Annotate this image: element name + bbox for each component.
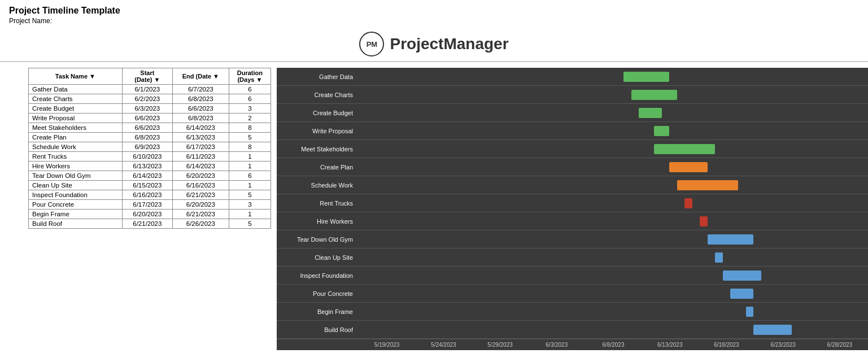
main-content: Task Name ▼ Start(Date) ▼ End (Date ▼ Du… xyxy=(0,62,868,350)
task-dur: 8 xyxy=(229,142,271,152)
table-section: Task Name ▼ Start(Date) ▼ End (Date ▼ Du… xyxy=(0,68,277,350)
task-start: 6/17/2023 xyxy=(122,200,172,210)
gantt-chart-area xyxy=(359,140,868,158)
gantt-chart-area xyxy=(359,285,868,303)
task-dur: 1 xyxy=(229,162,271,171)
task-dur: 5 xyxy=(229,219,271,229)
gantt-chart-area xyxy=(359,248,868,267)
table-row: Tear Down Old Gym 6/14/2023 6/20/2023 6 xyxy=(29,171,271,181)
task-start: 6/6/2023 xyxy=(122,123,172,133)
gantt-label: Clean Up Site xyxy=(277,254,359,261)
gantt-section: Gather DataCreate ChartsCreate BudgetWri… xyxy=(277,68,868,350)
gantt-chart-area xyxy=(359,267,868,285)
gantt-label: Write Proposal xyxy=(277,128,359,134)
task-name: Create Charts xyxy=(29,94,123,104)
col-header-start[interactable]: Start(Date) ▼ xyxy=(122,68,172,85)
gantt-bar xyxy=(654,126,669,136)
project-name-label: Project Name: xyxy=(9,17,859,25)
gantt-rows: Gather DataCreate ChartsCreate BudgetWri… xyxy=(277,68,868,339)
gantt-label: Hire Workers xyxy=(277,218,359,225)
gantt-label: Build Roof xyxy=(277,326,359,333)
task-end: 6/11/2023 xyxy=(172,152,229,162)
gantt-chart-area xyxy=(359,321,868,339)
task-dur: 1 xyxy=(229,181,271,190)
col-header-task[interactable]: Task Name ▼ xyxy=(29,68,123,85)
task-start: 6/2/2023 xyxy=(122,94,172,104)
table-row: Schedule Work 6/9/2023 6/17/2023 8 xyxy=(29,142,271,152)
page-header: Project Timeline Template Project Name: xyxy=(0,0,868,27)
gantt-bar xyxy=(669,162,708,172)
task-end: 6/17/2023 xyxy=(172,142,229,152)
gantt-bar xyxy=(639,108,662,118)
gantt-x-label: 6/18/2023 xyxy=(698,339,754,349)
gantt-row: Rent Trucks xyxy=(277,194,868,212)
page-title: Project Timeline Template xyxy=(9,6,859,16)
task-name: Create Plan xyxy=(29,133,123,142)
gantt-chart-area xyxy=(359,303,868,321)
col-header-end[interactable]: End (Date ▼ xyxy=(172,68,229,85)
task-end: 6/21/2023 xyxy=(172,210,229,219)
table-row: Begin Frame 6/20/2023 6/21/2023 1 xyxy=(29,210,271,219)
gantt-row: Inspect Foundation xyxy=(277,267,868,285)
gantt-bar xyxy=(746,307,754,317)
col-header-dur[interactable]: Duration(Days ▼ xyxy=(229,68,271,85)
gantt-x-label: 6/3/2023 xyxy=(529,339,585,349)
gantt-bar xyxy=(631,90,677,100)
task-name: Schedule Work xyxy=(29,142,123,152)
gantt-x-label: 6/8/2023 xyxy=(585,339,642,349)
table-row: Write Proposal 6/6/2023 6/8/2023 2 xyxy=(29,114,271,123)
task-start: 6/16/2023 xyxy=(122,190,172,200)
task-name: Meet Stakeholders xyxy=(29,123,123,133)
gantt-row: Hire Workers xyxy=(277,212,868,230)
task-dur: 6 xyxy=(229,85,271,94)
brand-name: ProjectManager xyxy=(390,35,508,53)
task-dur: 8 xyxy=(229,123,271,133)
gantt-row: Tear Down Old Gym xyxy=(277,230,868,248)
gantt-row: Meet Stakeholders xyxy=(277,140,868,158)
task-name: Pour Concrete xyxy=(29,200,123,210)
gantt-row: Create Charts xyxy=(277,86,868,104)
gantt-bar xyxy=(730,289,753,299)
gantt-bar xyxy=(708,234,753,245)
gantt-chart-area xyxy=(359,122,868,140)
task-name: Rent Trucks xyxy=(29,152,123,162)
task-start: 6/13/2023 xyxy=(122,162,172,171)
table-row: Hire Workers 6/13/2023 6/14/2023 1 xyxy=(29,162,271,171)
task-start: 6/9/2023 xyxy=(122,142,172,152)
task-table: Task Name ▼ Start(Date) ▼ End (Date ▼ Du… xyxy=(28,68,271,229)
table-row: Meet Stakeholders 6/6/2023 6/14/2023 8 xyxy=(29,123,271,133)
gantt-bar xyxy=(677,180,738,190)
task-name: Begin Frame xyxy=(29,210,123,219)
task-dur: 5 xyxy=(229,190,271,200)
task-name: Clean Up Site xyxy=(29,181,123,190)
gantt-row: Build Roof xyxy=(277,321,868,339)
gantt-x-label: 5/24/2023 xyxy=(415,339,472,349)
task-start: 6/14/2023 xyxy=(122,171,172,181)
task-dur: 3 xyxy=(229,104,271,114)
task-start: 6/8/2023 xyxy=(122,133,172,142)
gantt-x-label: 6/28/2023 xyxy=(812,339,868,349)
gantt-bar xyxy=(623,72,669,82)
task-start: 6/3/2023 xyxy=(122,104,172,114)
task-name: Write Proposal xyxy=(29,114,123,123)
task-end: 6/8/2023 xyxy=(172,114,229,123)
gantt-chart-area xyxy=(359,194,868,212)
task-name: Create Budget xyxy=(29,104,123,114)
gantt-x-label: 6/13/2023 xyxy=(642,339,698,349)
task-dur: 3 xyxy=(229,200,271,210)
table-row: Create Plan 6/8/2023 6/13/2023 5 xyxy=(29,133,271,142)
gantt-bar xyxy=(684,198,692,208)
gantt-xaxis: 5/19/20235/24/20235/29/20236/3/20236/8/2… xyxy=(277,339,868,349)
task-dur: 1 xyxy=(229,152,271,162)
task-end: 6/14/2023 xyxy=(172,123,229,133)
gantt-label: Meet Stakeholders xyxy=(277,146,359,152)
gantt-chart-area xyxy=(359,158,868,176)
task-name: Tear Down Old Gym xyxy=(29,171,123,181)
table-row: Create Budget 6/3/2023 6/6/2023 3 xyxy=(29,104,271,114)
gantt-row: Clean Up Site xyxy=(277,248,868,267)
gantt-row: Gather Data xyxy=(277,68,868,86)
task-dur: 6 xyxy=(229,94,271,104)
task-dur: 2 xyxy=(229,114,271,123)
task-name: Hire Workers xyxy=(29,162,123,171)
task-name: Build Roof xyxy=(29,219,123,229)
